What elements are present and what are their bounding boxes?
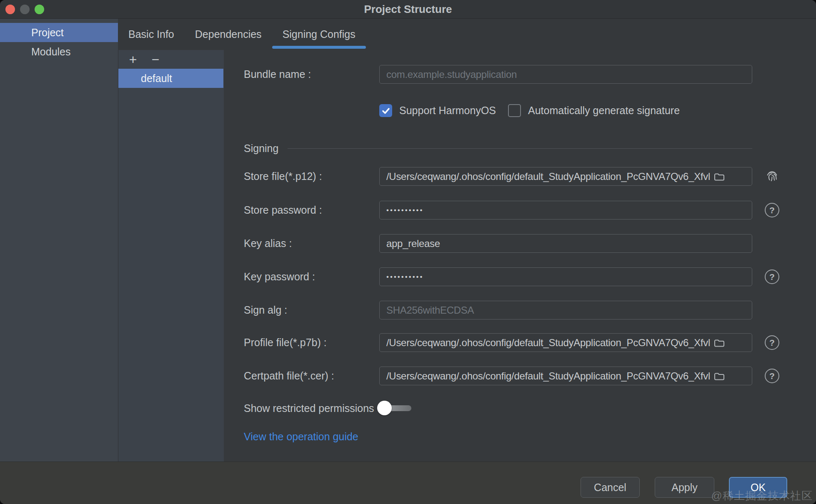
signing-configs-form: Bundle name : com.example.studyapplicati… xyxy=(224,50,816,462)
certpath-file-label: Certpath file(*.cer) : xyxy=(244,367,334,385)
signing-section-header: Signing xyxy=(244,139,752,158)
profile-file-field[interactable]: /Users/ceqwang/.ohos/config/default_Stud… xyxy=(379,333,752,352)
sign-alg-field[interactable]: SHA256withECDSA xyxy=(379,301,752,319)
bundle-name-label: Bundle name : xyxy=(244,65,311,84)
config-list-toolbar: + − xyxy=(118,50,224,69)
help-glyph: ? xyxy=(769,338,775,348)
remove-config-button[interactable]: − xyxy=(149,51,162,68)
tab-dependencies[interactable]: Dependencies xyxy=(185,19,272,50)
bundle-name-field[interactable]: com.example.studyapplication xyxy=(379,65,752,84)
sign-alg-label: Sign alg : xyxy=(244,301,287,319)
help-glyph: ? xyxy=(769,371,775,381)
add-config-button[interactable]: + xyxy=(127,51,139,68)
certpath-file-row: Certpath file(*.cer) : /Users/ceqwang/.o… xyxy=(224,367,816,385)
project-structure-dialog: Project Structure Project Modules Basic … xyxy=(0,0,816,504)
tab-signing-configs[interactable]: Signing Configs xyxy=(272,19,366,50)
folder-icon[interactable] xyxy=(714,338,725,347)
key-alias-row: Key alias : app_release xyxy=(224,234,816,253)
support-harmonyos-label: Support HarmonyOS xyxy=(399,105,496,117)
certpath-file-field[interactable]: /Users/ceqwang/.ohos/config/default_Stud… xyxy=(379,367,752,385)
sidebar-item-modules[interactable]: Modules xyxy=(0,42,118,61)
key-password-label: Key password : xyxy=(244,267,315,286)
show-restricted-row: Show restricted permissions xyxy=(224,399,816,418)
operation-guide-link[interactable]: View the operation guide xyxy=(244,427,358,446)
help-icon[interactable]: ? xyxy=(765,203,779,217)
support-harmonyos-option[interactable]: Support HarmonyOS xyxy=(379,104,496,117)
key-password-value: •••••••••• xyxy=(386,273,424,281)
sidebar: Project Modules xyxy=(0,19,118,462)
tabbar: Basic Info Dependencies Signing Configs xyxy=(118,19,816,50)
store-file-row: Store file(*.p12) : /Users/ceqwang/.ohos… xyxy=(224,167,816,186)
auto-signature-checkbox[interactable] xyxy=(508,104,521,117)
titlebar: Project Structure xyxy=(0,0,816,19)
store-password-value: •••••••••• xyxy=(386,206,424,215)
store-file-value: /Users/ceqwang/.ohos/config/default_Stud… xyxy=(386,171,710,182)
checkbox-row: Support HarmonyOS Automatically generate… xyxy=(224,101,816,120)
config-list-item-default[interactable]: default xyxy=(118,69,223,88)
show-restricted-label: Show restricted permissions xyxy=(244,399,374,418)
folder-icon[interactable] xyxy=(714,172,725,181)
key-password-row: Key password : •••••••••• ? xyxy=(224,267,816,286)
signing-section-label: Signing xyxy=(244,142,278,155)
section-divider xyxy=(288,148,752,149)
sidebar-item-project[interactable]: Project xyxy=(0,23,118,42)
profile-file-value: /Users/ceqwang/.ohos/config/default_Stud… xyxy=(386,337,710,349)
store-password-label: Store password : xyxy=(244,201,322,220)
help-icon[interactable]: ? xyxy=(765,269,779,284)
bundle-name-placeholder: com.example.studyapplication xyxy=(386,69,517,80)
help-glyph: ? xyxy=(769,205,775,215)
key-alias-label: Key alias : xyxy=(244,234,292,253)
bundle-name-row: Bundle name : com.example.studyapplicati… xyxy=(224,65,816,84)
checkmark-icon xyxy=(381,106,391,116)
key-alias-field[interactable]: app_release xyxy=(379,234,752,253)
cancel-button[interactable]: Cancel xyxy=(581,477,640,498)
guide-link-row: View the operation guide xyxy=(224,427,816,446)
store-file-field[interactable]: /Users/ceqwang/.ohos/config/default_Stud… xyxy=(379,167,752,186)
signing-config-list-panel: + − default xyxy=(118,50,224,462)
toggle-knob[interactable] xyxy=(377,401,392,415)
auto-signature-option[interactable]: Automatically generate signature xyxy=(508,104,680,117)
help-icon[interactable]: ? xyxy=(765,335,779,350)
window-title: Project Structure xyxy=(0,0,816,19)
tab-basic-info[interactable]: Basic Info xyxy=(118,19,185,50)
store-password-field[interactable]: •••••••••• xyxy=(379,201,752,220)
sign-alg-placeholder: SHA256withECDSA xyxy=(386,304,474,316)
help-icon[interactable]: ? xyxy=(765,369,779,383)
folder-icon[interactable] xyxy=(714,372,725,381)
key-password-field[interactable]: •••••••••• xyxy=(379,267,752,286)
auto-signature-label: Automatically generate signature xyxy=(528,105,680,117)
store-password-row: Store password : •••••••••• ? xyxy=(224,201,816,220)
certpath-file-value: /Users/ceqwang/.ohos/config/default_Stud… xyxy=(386,370,710,382)
show-restricted-toggle[interactable] xyxy=(377,401,411,416)
key-alias-value: app_release xyxy=(386,238,440,250)
store-file-label: Store file(*.p12) : xyxy=(244,167,322,186)
profile-file-row: Profile file(*.p7b) : /Users/ceqwang/.oh… xyxy=(224,333,816,352)
signing-section-row: Signing xyxy=(224,139,816,158)
apply-button[interactable]: Apply xyxy=(655,477,714,498)
help-glyph: ? xyxy=(769,272,775,282)
support-harmonyos-checkbox[interactable] xyxy=(379,104,392,117)
profile-file-label: Profile file(*.p7b) : xyxy=(244,333,327,352)
watermark: @稀土掘金技术社区 xyxy=(711,489,813,503)
sign-alg-row: Sign alg : SHA256withECDSA xyxy=(224,301,816,319)
fingerprint-icon[interactable] xyxy=(765,169,779,184)
dialog-footer: Cancel Apply OK xyxy=(0,462,816,504)
